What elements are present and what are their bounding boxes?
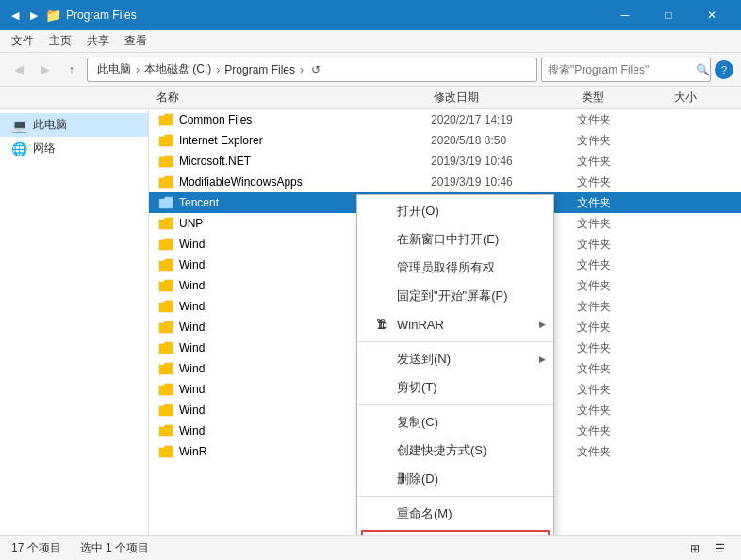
ctx-item-label: 复制(C) bbox=[397, 414, 438, 431]
path-drive[interactable]: 本地磁盘 (C:) bbox=[140, 59, 215, 79]
minimize-button[interactable]: ─ bbox=[603, 0, 647, 30]
folder-icon bbox=[156, 380, 175, 399]
status-selected: 选中 1 个项目 bbox=[80, 540, 149, 556]
context-menu-item[interactable]: 发送到(N) bbox=[357, 345, 553, 373]
ctx-item-label: 打开(O) bbox=[397, 203, 439, 220]
up-button[interactable]: ↑ bbox=[60, 58, 83, 81]
file-type: 文件夹 bbox=[577, 154, 668, 170]
file-row[interactable]: Microsoft.NET 2019/3/19 10:46 文件夹 bbox=[149, 151, 741, 172]
ctx-item-label: 固定到"开始"屏幕(P) bbox=[397, 288, 508, 305]
menu-view[interactable]: 查看 bbox=[117, 31, 155, 52]
context-menu-item[interactable]: 重命名(M) bbox=[357, 500, 553, 528]
file-type: 文件夹 bbox=[577, 195, 668, 211]
context-menu-item[interactable]: 🗜 WinRAR bbox=[357, 310, 553, 338]
ctx-item-icon bbox=[372, 287, 391, 305]
context-menu-item[interactable]: 管理员取得所有权 bbox=[357, 254, 553, 282]
file-type: 文件夹 bbox=[577, 278, 668, 294]
quick-access-back[interactable]: ◀ bbox=[8, 8, 23, 23]
refresh-button[interactable]: ↺ bbox=[305, 58, 327, 81]
file-row[interactable]: Common Files 2020/2/17 14:19 文件夹 bbox=[149, 109, 741, 130]
context-menu-item[interactable]: 复制(C) bbox=[357, 408, 553, 436]
sidebar-label-network: 网络 bbox=[33, 140, 56, 156]
status-count: 17 个项目 bbox=[11, 540, 61, 556]
file-type: 文件夹 bbox=[577, 299, 668, 315]
title-bar-icons: ◀ ▶ 📁 bbox=[8, 8, 60, 23]
folder-icon bbox=[156, 421, 175, 440]
file-type: 文件夹 bbox=[577, 382, 668, 398]
search-icon[interactable]: 🔍 bbox=[695, 58, 710, 81]
main-content: 💻 此电脑 🌐 网络 Common Files 2020/2/17 14:19 … bbox=[0, 109, 741, 535]
col-header-size[interactable]: 大小 bbox=[667, 90, 741, 106]
file-date: 2019/3/19 10:46 bbox=[431, 155, 577, 168]
file-list: Common Files 2020/2/17 14:19 文件夹 Interne… bbox=[149, 109, 741, 535]
file-date: 2020/5/18 8:50 bbox=[431, 134, 577, 147]
ctx-item-label: 重命名(M) bbox=[397, 505, 453, 522]
file-name: ModifiableWindowsApps bbox=[179, 175, 431, 189]
folder-icon bbox=[156, 214, 175, 233]
help-button[interactable]: ? bbox=[715, 60, 733, 79]
sidebar-label-thispc: 此电脑 bbox=[33, 117, 67, 133]
search-box: 🔍 bbox=[541, 58, 711, 82]
file-name: Common Files bbox=[179, 113, 431, 126]
file-type: 文件夹 bbox=[577, 237, 668, 253]
status-bar: 17 个项目 选中 1 个项目 ⊞ ☰ bbox=[0, 535, 741, 560]
context-menu-item[interactable]: 删除(D) bbox=[357, 465, 553, 493]
file-date: 2019/3/19 10:46 bbox=[431, 175, 577, 189]
search-input[interactable] bbox=[542, 63, 695, 76]
ctx-item-label: 创建快捷方式(S) bbox=[397, 442, 486, 459]
col-header-date[interactable]: 修改日期 bbox=[426, 90, 574, 106]
file-date: 2020/2/17 14:19 bbox=[431, 113, 577, 126]
ctx-item-label: WinRAR bbox=[397, 318, 444, 332]
path-folder[interactable]: Program Files bbox=[221, 61, 299, 78]
file-type: 文件夹 bbox=[577, 174, 668, 190]
quick-access-forward[interactable]: ▶ bbox=[26, 8, 41, 23]
address-path[interactable]: 此电脑 › 本地磁盘 (C:) › Program Files › ↺ bbox=[87, 58, 537, 82]
view-large-icon[interactable]: ⊞ bbox=[684, 539, 705, 558]
folder-icon bbox=[156, 193, 175, 212]
ctx-item-icon bbox=[372, 469, 391, 488]
title-bar: ◀ ▶ 📁 Program Files ─ □ ✕ bbox=[0, 0, 741, 30]
view-list[interactable]: ☰ bbox=[709, 539, 730, 558]
sidebar-item-thispc[interactable]: 💻 此电脑 bbox=[0, 113, 148, 137]
file-type: 文件夹 bbox=[577, 403, 668, 419]
folder-icon bbox=[156, 338, 175, 357]
menu-file[interactable]: 文件 bbox=[4, 31, 41, 52]
file-row[interactable]: ModifiableWindowsApps 2019/3/19 10:46 文件… bbox=[149, 172, 741, 192]
menu-home[interactable]: 主页 bbox=[41, 31, 79, 52]
file-type: 文件夹 bbox=[577, 320, 668, 336]
menu-bar: 文件 主页 共享 查看 bbox=[0, 30, 741, 53]
folder-icon bbox=[156, 131, 175, 150]
path-pc[interactable]: 此电脑 bbox=[93, 59, 135, 79]
folder-icon bbox=[156, 173, 175, 191]
thispc-icon: 💻 bbox=[11, 118, 27, 133]
menu-share[interactable]: 共享 bbox=[79, 31, 117, 52]
context-menu-item[interactable]: 属性(R) bbox=[361, 530, 550, 535]
context-menu-item[interactable]: 固定到"开始"屏幕(P) bbox=[357, 282, 553, 310]
context-menu-item[interactable]: 创建快捷方式(S) bbox=[357, 436, 553, 465]
folder-icon bbox=[156, 401, 175, 420]
ctx-item-icon bbox=[372, 202, 391, 221]
forward-button[interactable]: ▶ bbox=[34, 58, 57, 81]
maximize-button[interactable]: □ bbox=[647, 0, 690, 30]
context-menu-item[interactable]: 剪切(T) bbox=[357, 373, 553, 402]
close-button[interactable]: ✕ bbox=[690, 0, 733, 30]
sidebar: 💻 此电脑 🌐 网络 bbox=[0, 109, 149, 535]
back-button[interactable]: ◀ bbox=[8, 58, 30, 81]
sidebar-item-network[interactable]: 🌐 网络 bbox=[0, 137, 148, 160]
context-menu-item[interactable]: 在新窗口中打开(E) bbox=[357, 225, 553, 254]
context-menu-separator bbox=[357, 496, 553, 497]
ctx-item-icon bbox=[372, 504, 391, 523]
ctx-item-icon bbox=[372, 378, 391, 397]
col-header-name[interactable]: 名称 bbox=[149, 90, 426, 106]
ctx-item-icon bbox=[372, 413, 391, 432]
col-header-type[interactable]: 类型 bbox=[574, 90, 667, 106]
folder-icon bbox=[156, 297, 175, 316]
window-controls: ─ □ ✕ bbox=[603, 0, 733, 30]
window-title: Program Files bbox=[66, 8, 603, 22]
folder-icon bbox=[156, 152, 175, 171]
file-name: Microsoft.NET bbox=[179, 155, 431, 168]
ctx-item-icon bbox=[372, 350, 391, 369]
context-menu-separator bbox=[357, 341, 553, 342]
file-row[interactable]: Internet Explorer 2020/5/18 8:50 文件夹 bbox=[149, 130, 741, 151]
context-menu-item[interactable]: 打开(O) bbox=[357, 197, 553, 225]
